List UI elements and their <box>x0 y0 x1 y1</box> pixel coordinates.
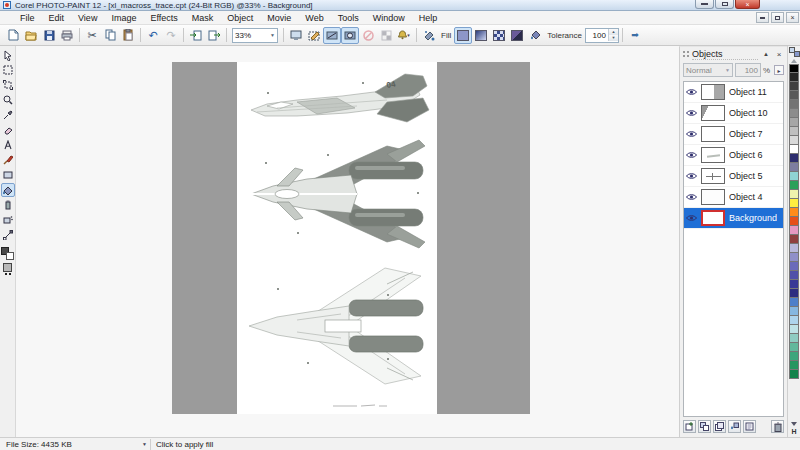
docker-close-button[interactable]: × <box>774 50 784 59</box>
print-button[interactable] <box>58 27 76 44</box>
color-swatch[interactable] <box>789 325 799 334</box>
eraser-tool[interactable] <box>1 123 15 137</box>
color-swatch[interactable] <box>789 73 799 82</box>
edit-fill-button[interactable] <box>526 27 544 44</box>
layer-visibility-eye-icon[interactable] <box>686 130 697 138</box>
document-close-button[interactable]: × <box>786 12 799 23</box>
layer-thumbnail[interactable] <box>701 84 725 100</box>
zoom-level-combo[interactable]: 33% ▼ <box>232 28 278 43</box>
layer-row[interactable]: Object 11 <box>684 82 783 103</box>
apply-to-all-objects-button[interactable]: ➡ <box>626 27 644 44</box>
text-tool[interactable] <box>1 138 15 152</box>
menu-item[interactable]: Mask <box>185 12 221 24</box>
color-swatch[interactable] <box>789 307 799 316</box>
tolerance-spinner[interactable]: ▲ ▼ <box>608 29 618 41</box>
duplicate-object-button[interactable] <box>713 420 726 433</box>
invert-mask-button[interactable] <box>377 27 395 44</box>
layer-visibility-eye-icon[interactable] <box>686 172 697 180</box>
opacity-input[interactable]: 100 <box>735 63 761 77</box>
layer-thumbnail[interactable] <box>701 147 725 163</box>
color-swatch[interactable] <box>789 361 799 370</box>
new-lens-button[interactable] <box>698 420 711 433</box>
color-swatch[interactable] <box>789 334 799 343</box>
fullscreen-preview-button[interactable] <box>287 27 305 44</box>
interactive-fill-tool[interactable] <box>1 198 15 212</box>
fill-color-swatch[interactable] <box>3 263 12 272</box>
rectangle-tool[interactable] <box>1 168 15 182</box>
menu-item[interactable]: Web <box>298 12 330 24</box>
zoom-tool[interactable] <box>1 93 15 107</box>
layer-row[interactable]: Object 7 <box>684 124 783 145</box>
color-swatch[interactable] <box>789 253 799 262</box>
color-swatch[interactable] <box>789 172 799 181</box>
color-swatch[interactable] <box>789 199 799 208</box>
minimize-button[interactable] <box>695 0 714 9</box>
file-size-cell[interactable]: File Size: 4435 KB ▼ <box>0 440 150 449</box>
color-swatch[interactable] <box>789 91 799 100</box>
layer-thumbnail[interactable] <box>701 168 725 184</box>
mask-transform-tool[interactable] <box>1 78 15 92</box>
interactive-dropshadow-tool[interactable] <box>1 228 15 242</box>
color-swatch[interactable] <box>789 163 799 172</box>
layer-visibility-eye-icon[interactable] <box>686 214 697 222</box>
redo-button[interactable]: ↷ <box>162 27 180 44</box>
normal-mask-mode-toggle[interactable] <box>323 27 341 44</box>
clear-mask-button[interactable] <box>359 27 377 44</box>
undo-button[interactable]: ↶ <box>144 27 162 44</box>
tolerance-input[interactable]: 100 ▲ ▼ <box>585 28 619 43</box>
layer-row[interactable]: Object 10 <box>684 103 783 124</box>
menu-item[interactable]: Movie <box>260 12 298 24</box>
layer-row[interactable]: Background <box>684 208 783 229</box>
color-swatch[interactable] <box>789 100 799 109</box>
color-swatch[interactable] <box>789 208 799 217</box>
menu-item[interactable]: File <box>13 12 42 24</box>
color-swatch[interactable] <box>789 109 799 118</box>
palette-scroll-up-icon[interactable] <box>791 59 797 63</box>
image-sprayer-tool[interactable] <box>1 213 15 227</box>
uniform-fill-button[interactable] <box>454 27 472 44</box>
layer-visibility-eye-icon[interactable] <box>686 151 697 159</box>
color-swatch[interactable] <box>789 244 799 253</box>
color-swatch[interactable] <box>789 298 799 307</box>
delete-object-button[interactable] <box>771 420 784 433</box>
color-swatch[interactable] <box>789 64 799 73</box>
document-minimize-button[interactable] <box>756 12 769 23</box>
palette-scroll-down-icon[interactable] <box>791 422 797 426</box>
canvas-page[interactable]: 04 <box>237 62 437 414</box>
docker-grip[interactable] <box>683 51 689 57</box>
color-swatch[interactable] <box>789 316 799 325</box>
docker-collapse-button[interactable]: ▲ <box>761 51 771 57</box>
welcome-notification-button[interactable]: ▾ <box>395 27 413 44</box>
menu-item[interactable]: View <box>71 12 104 24</box>
copy-button[interactable] <box>101 27 119 44</box>
spin-down-icon[interactable]: ▼ <box>609 35 618 41</box>
color-swatch[interactable] <box>789 154 799 163</box>
color-swatch[interactable] <box>789 262 799 271</box>
color-swatch[interactable] <box>789 145 799 154</box>
menu-item[interactable]: Effects <box>143 12 184 24</box>
color-swatch[interactable] <box>789 136 799 145</box>
color-swatch[interactable] <box>789 235 799 244</box>
eyedropper-tool[interactable] <box>1 108 15 122</box>
docker-options-button[interactable]: ▸ <box>774 65 784 75</box>
combine-objects-button[interactable] <box>728 420 741 433</box>
menu-item[interactable]: Object <box>220 12 260 24</box>
color-swatch[interactable] <box>789 352 799 361</box>
menu-item[interactable]: Edit <box>42 12 72 24</box>
fountain-fill-button[interactable] <box>472 27 490 44</box>
layer-visibility-eye-icon[interactable] <box>686 109 697 117</box>
layer-thumbnail[interactable] <box>701 126 725 142</box>
fill-tool[interactable] <box>1 183 15 197</box>
status-caret-icon[interactable]: ▼ <box>142 441 150 447</box>
import-button[interactable] <box>187 27 205 44</box>
merge-mode-combo[interactable]: Normal ▼ <box>683 63 733 77</box>
color-swatch[interactable] <box>789 370 799 379</box>
color-swatch[interactable] <box>789 82 799 91</box>
layer-row[interactable]: Object 6 <box>684 145 783 166</box>
color-swatch[interactable] <box>789 289 799 298</box>
color-swatch[interactable] <box>789 280 799 289</box>
menu-item[interactable]: Help <box>412 12 445 24</box>
paste-button[interactable] <box>119 27 137 44</box>
object-properties-button[interactable] <box>743 420 756 433</box>
paint-tool[interactable] <box>1 153 15 167</box>
